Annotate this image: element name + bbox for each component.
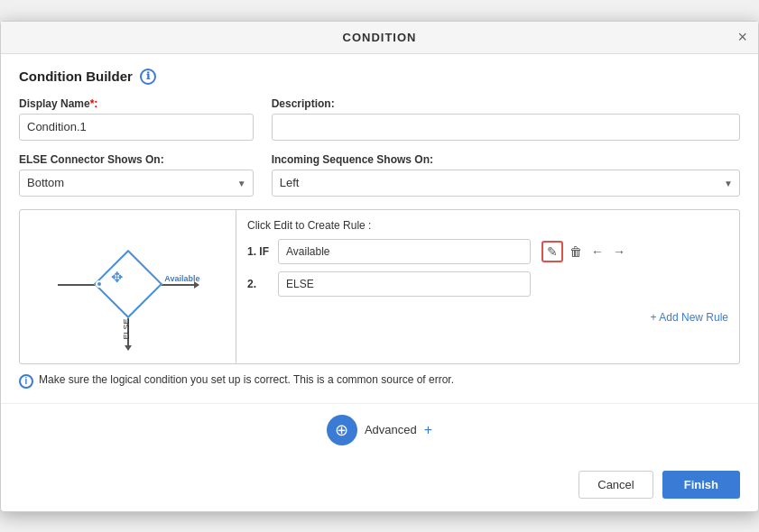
rule-1-delete-button[interactable]: 🗑 (567, 242, 585, 261)
diamond-center-dot (96, 280, 103, 288)
dialog-header: CONDITION × (1, 22, 758, 54)
rule-1-edit-button[interactable]: ✎ (541, 241, 563, 262)
warning-info-icon: i (19, 374, 33, 389)
info-icon[interactable]: ℹ (140, 69, 156, 85)
close-button[interactable]: × (737, 29, 747, 45)
dialog-title: CONDITION (343, 31, 417, 44)
rule-row-2: 2. (247, 271, 728, 297)
rule-1-actions: ✎ 🗑 ← → (541, 241, 628, 262)
rule-1-number: 1. IF (247, 245, 273, 258)
advanced-icon-button[interactable]: ⊕ (327, 415, 357, 445)
move-icon: ✥ (111, 269, 123, 286)
rule-1-move-right-button[interactable]: → (610, 242, 628, 261)
else-connector-group: ELSE Connector Shows On: Bottom Top Left… (19, 153, 254, 197)
condition-dialog: CONDITION × Condition Builder ℹ Display … (0, 21, 759, 512)
diamond-shape (93, 249, 162, 317)
section-title: Condition Builder ℹ (19, 69, 740, 85)
dialog-body: Condition Builder ℹ Display Name*: Descr… (1, 54, 758, 471)
advanced-label: Advanced (365, 423, 417, 436)
delete-icon: 🗑 (569, 244, 582, 259)
required-marker: *: (90, 97, 98, 110)
description-label: Description: (272, 97, 740, 110)
display-name-group: Display Name*: (19, 97, 254, 141)
advanced-plus-icon[interactable]: + (424, 422, 432, 438)
advanced-row: ⊕ Advanced + (19, 415, 740, 445)
rule-row-1: 1. IF ✎ 🗑 ← → (247, 239, 728, 264)
diamond-diagram: ✥ Available ELSE (56, 224, 200, 350)
description-input[interactable] (272, 114, 740, 141)
rules-area: Click Edit to Create Rule : 1. IF ✎ 🗑 ← (236, 210, 739, 363)
incoming-sequence-select[interactable]: Left Right Top Bottom (272, 170, 740, 197)
description-group: Description: (272, 97, 740, 141)
main-area: ✥ Available ELSE Click Edit to Create Ru… (19, 209, 740, 364)
incoming-sequence-group: Incoming Sequence Shows On: Left Right T… (272, 153, 740, 197)
finish-button[interactable]: Finish (662, 471, 740, 499)
arrow-left-icon: ← (591, 244, 604, 259)
add-rule-row: + Add New Rule (247, 311, 728, 324)
add-rule-button[interactable]: + Add New Rule (651, 311, 728, 324)
display-name-label: Display Name*: (19, 97, 254, 110)
warning-text: Make sure the logical condition you set … (39, 373, 454, 386)
diagram-available-label: Available (164, 274, 199, 283)
rule-2-number: 2. (247, 278, 273, 290)
else-connector-select-wrapper: Bottom Top Left Right ▼ (19, 170, 254, 197)
incoming-sequence-label: Incoming Sequence Shows On: (272, 153, 740, 166)
form-row-1: Display Name*: Description: (19, 97, 740, 141)
warning-row: i Make sure the logical condition you se… (19, 373, 740, 389)
display-name-input[interactable] (19, 114, 254, 141)
diagram-area: ✥ Available ELSE (20, 210, 236, 363)
footer-divider (1, 403, 758, 404)
arrow-right-icon: → (613, 244, 625, 259)
else-connector-label: ELSE Connector Shows On: (19, 153, 254, 166)
form-row-2: ELSE Connector Shows On: Bottom Top Left… (19, 153, 740, 197)
diagram-else-label: ELSE (121, 318, 130, 339)
edit-icon: ✎ (547, 244, 558, 259)
cancel-button[interactable]: Cancel (579, 471, 653, 499)
advanced-icon: ⊕ (335, 420, 348, 440)
rule-1-move-left-button[interactable]: ← (588, 242, 606, 261)
else-connector-select[interactable]: Bottom Top Left Right (19, 170, 254, 197)
incoming-sequence-select-wrapper: Left Right Top Bottom ▼ (272, 170, 740, 197)
section-title-text: Condition Builder (19, 69, 133, 84)
rule-2-input[interactable] (278, 271, 531, 297)
dialog-footer: Cancel Finish (1, 471, 758, 511)
click-edit-label: Click Edit to Create Rule : (247, 219, 728, 232)
rule-1-input[interactable] (278, 239, 531, 264)
